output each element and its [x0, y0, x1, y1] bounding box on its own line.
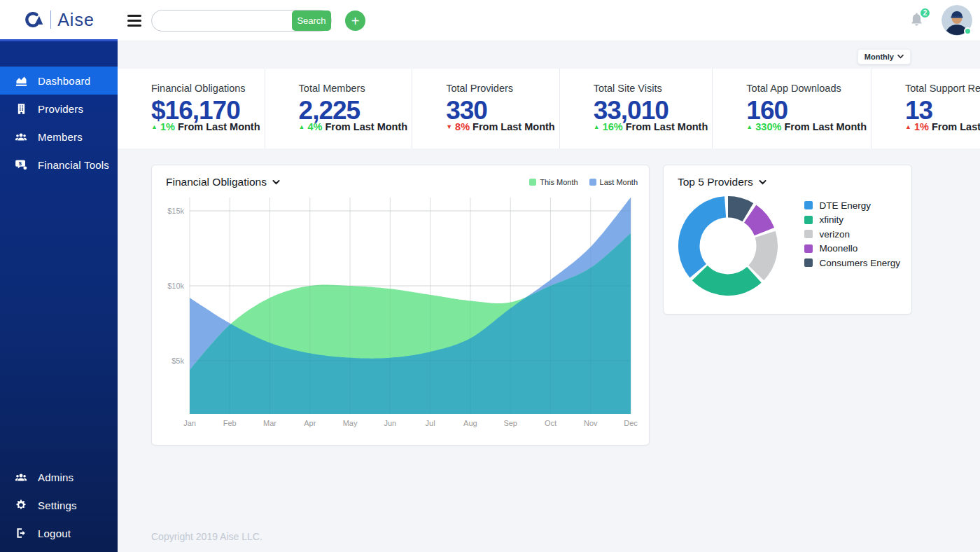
donut-slice-xfinity[interactable]	[692, 265, 762, 296]
donut-chart	[675, 193, 781, 299]
sidebar-bottom-nav: Admins Settings Logout	[0, 438, 118, 547]
sidebar-item-label: Admins	[38, 471, 74, 483]
delta-arrow-icon: ▲	[905, 123, 911, 130]
kpi-value: 33,010	[594, 97, 708, 125]
search-input[interactable]	[152, 15, 292, 26]
kpi-value: 330	[446, 97, 555, 125]
donut-body: DTE EnergyxfinityverizonMoonelloConsumer…	[664, 191, 911, 299]
svg-text:$10k: $10k	[167, 282, 184, 290]
sidebar-item-logout[interactable]: Logout	[0, 519, 118, 547]
sidebar-item-members[interactable]: Members	[0, 123, 118, 151]
legend-item-verizon[interactable]: verizon	[804, 227, 900, 242]
dashboard-app: Aise Search + 2	[0, 0, 980, 552]
kpi-card-financial-obligations: Financial Obligations $16,170 ▲ 1% From …	[118, 69, 265, 149]
financial-obligations-card: Financial Obligations This Month Last Mo…	[151, 165, 650, 446]
delta-arrow-icon: ▲	[151, 123, 158, 130]
area-chart: $5k$10k$15kJanFebMarAprMayJunJulAugSepOc…	[159, 195, 638, 436]
search-button[interactable]: Search	[292, 11, 331, 31]
add-button[interactable]: +	[345, 11, 365, 31]
svg-text:Jan: Jan	[183, 419, 196, 427]
svg-text:$5k: $5k	[172, 357, 184, 365]
svg-text:Jun: Jun	[384, 419, 396, 427]
sidebar-nav: Dashboard Providers Members $ Financial …	[0, 41, 118, 179]
svg-text:Oct: Oct	[545, 419, 556, 427]
legend-item-this-month[interactable]: This Month	[529, 178, 578, 186]
donut-slice-verizon[interactable]	[748, 231, 778, 280]
period-selector-label: Monthly	[864, 53, 894, 61]
kpi-value: 2,225	[299, 97, 408, 125]
legend-swatch	[804, 216, 813, 224]
sidebar-item-admins[interactable]: Admins	[0, 463, 118, 491]
financial-tools-icon: $	[13, 158, 29, 172]
logo-divider	[50, 11, 51, 29]
kpi-delta: ▲ 1% From Last Month	[905, 121, 980, 132]
svg-text:Mar: Mar	[263, 419, 276, 427]
kpi-label: Financial Obligations	[151, 83, 260, 94]
kpi-value: 160	[746, 97, 867, 125]
top-providers-card: Top 5 Providers DTE Energyxfinityverizon…	[663, 165, 912, 315]
chart-legend: This Month Last Month	[529, 178, 638, 186]
card-title: Top 5 Providers	[678, 176, 753, 188]
kpi-label: Total Members	[299, 83, 408, 94]
svg-text:Aug: Aug	[463, 419, 477, 427]
legend-label: Moonello	[819, 243, 858, 254]
card-dropdown-toggle[interactable]	[759, 180, 766, 185]
online-status-indicator	[964, 27, 972, 35]
donut-slice-dte-energy[interactable]	[678, 196, 726, 277]
legend-label: verizon	[819, 229, 850, 240]
legend-item-consumers-energy[interactable]: Consumers Energy	[804, 256, 900, 270]
legend-item-last-month[interactable]: Last Month	[589, 178, 638, 186]
kpi-card-total-members: Total Members 2,225 ▲ 4% From Last Month	[265, 69, 412, 149]
kpi-label: Total Support Requests	[905, 83, 980, 94]
user-avatar[interactable]	[941, 5, 972, 36]
legend-label: xfinity	[819, 214, 844, 225]
delta-arrow-icon: ▲	[746, 123, 752, 130]
donut-legend: DTE EnergyxfinityverizonMoonelloConsumer…	[804, 198, 900, 299]
kpi-delta: ▲ 16% From Last Month	[594, 121, 708, 132]
chevron-down-icon	[897, 55, 904, 59]
legend-swatch	[804, 258, 813, 267]
card-header: Financial Obligations This Month Last Mo…	[152, 165, 649, 191]
legend-swatch	[804, 244, 813, 253]
legend-item-dte-energy[interactable]: DTE Energy	[804, 198, 900, 213]
legend-swatch	[804, 201, 813, 209]
logout-icon	[13, 527, 29, 539]
delta-arrow-icon: ▲	[299, 123, 305, 130]
svg-text:Nov: Nov	[584, 419, 598, 427]
sidebar-item-settings[interactable]: Settings	[0, 491, 118, 519]
hamburger-menu-icon[interactable]	[127, 15, 141, 27]
sidebar-item-label: Dashboard	[38, 75, 90, 87]
sidebar-item-providers[interactable]: Providers	[0, 95, 118, 123]
legend-swatch	[589, 179, 596, 186]
legend-swatch	[529, 179, 536, 186]
kpi-card-total-support-requests: Total Support Requests 13 ▲ 1% From Last…	[871, 69, 980, 149]
kpi-delta: ▲ 4% From Last Month	[299, 121, 408, 132]
legend-item-xfinity[interactable]: xfinity	[804, 213, 900, 228]
card-header: Top 5 Providers	[664, 165, 911, 191]
members-icon	[13, 130, 29, 144]
chevron-down-icon	[759, 180, 766, 185]
kpi-card-total-site-visits: Total Site Visits 33,010 ▲ 16% From Last…	[559, 69, 713, 149]
notifications-button[interactable]: 2	[909, 11, 928, 32]
period-selector[interactable]: Monthly	[858, 49, 911, 64]
delta-arrow-icon: ▼	[446, 123, 452, 130]
sidebar-item-label: Settings	[38, 499, 77, 511]
notification-badge: 2	[919, 7, 931, 19]
chevron-down-icon	[272, 180, 280, 185]
app-logo[interactable]: Aise	[0, 0, 118, 41]
svg-text:Dec: Dec	[624, 419, 638, 427]
sidebar-item-financial-tools[interactable]: $ Financial Tools	[0, 151, 118, 179]
sidebar-item-label: Members	[38, 131, 83, 143]
footer-copyright: Copyright 2019 Aise LLC.	[151, 531, 262, 542]
svg-text:$15k: $15k	[167, 207, 184, 215]
legend-label: Consumers Energy	[819, 258, 900, 268]
sidebar-item-dashboard[interactable]: Dashboard	[0, 67, 118, 95]
legend-swatch	[804, 230, 813, 238]
kpi-label: Total Providers	[446, 83, 555, 94]
gear-icon	[13, 499, 29, 511]
legend-item-moonello[interactable]: Moonello	[804, 242, 900, 256]
legend-label: This Month	[540, 178, 578, 186]
card-title: Financial Obligations	[166, 176, 267, 188]
card-dropdown-toggle[interactable]	[272, 180, 280, 185]
sidebar-item-label: Financial Tools	[38, 159, 109, 171]
